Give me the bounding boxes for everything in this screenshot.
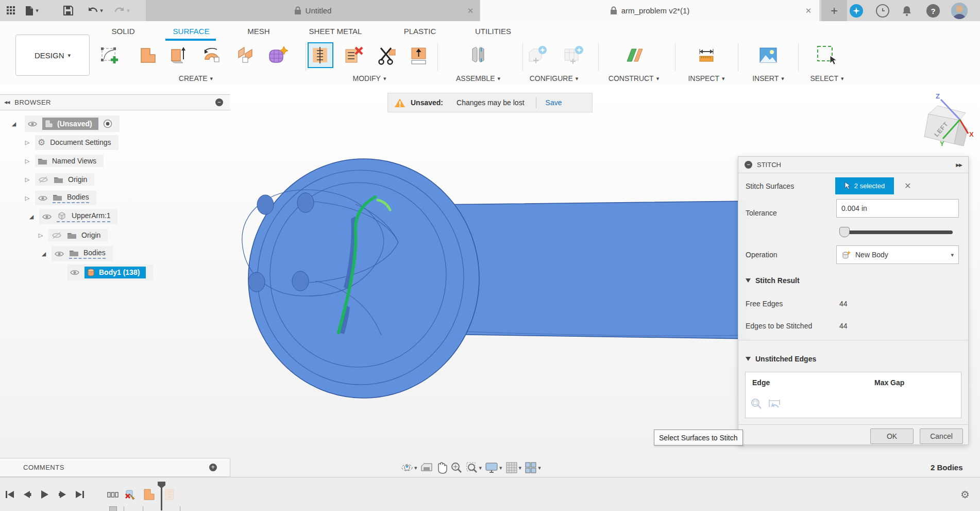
help-button[interactable]: ? [926, 4, 940, 18]
extensions-button[interactable] [850, 4, 863, 18]
browser-row-upperarm[interactable]: ◢ UpperArm:1 [0, 208, 117, 225]
patch-button[interactable] [136, 43, 160, 67]
browser-row-upperarm-origin[interactable]: ▷ Origin [0, 226, 108, 244]
expand-icon[interactable]: ◢ [28, 213, 35, 220]
ok-button[interactable]: OK [870, 428, 914, 444]
visibility-eye-icon[interactable] [42, 213, 52, 220]
orbit-button[interactable]: ▾ [401, 461, 417, 474]
view-cube[interactable]: Z Y X LEFT [918, 90, 978, 148]
visibility-eye-off-icon[interactable] [51, 232, 62, 239]
create-sketch-button[interactable] [97, 43, 121, 67]
expand-icon[interactable]: ▷ [24, 176, 31, 183]
save-button[interactable] [61, 0, 75, 21]
unstitched-edges-table[interactable]: Edge Max Gap [745, 372, 961, 418]
timeline-group-collapsed-box[interactable] [109, 506, 117, 511]
look-at-button[interactable] [420, 462, 433, 473]
stitch-button[interactable] [309, 43, 332, 67]
timeline-go-to-end-button[interactable] [73, 488, 87, 501]
group-construct[interactable]: CONSTRUCT▾ [609, 74, 659, 83]
visibility-eye-icon[interactable] [70, 269, 80, 276]
notifications-button[interactable] [898, 0, 916, 21]
zoom-button[interactable] [450, 461, 463, 474]
stitch-surfaces-selection-button[interactable]: 2 selected [835, 177, 894, 194]
browser-display-toggle-icon[interactable]: − [215, 98, 223, 106]
close-tab-arm-problem-icon[interactable]: ✕ [801, 0, 816, 21]
timeline-error-feature[interactable] [124, 488, 137, 501]
zoom-to-edge-icon[interactable] [751, 398, 762, 409]
timeline-surface-feature[interactable] [142, 488, 156, 501]
workspace-selector[interactable]: DESIGN ▾ [15, 35, 90, 76]
trim-button[interactable] [375, 43, 399, 67]
operation-dropdown[interactable]: New Body ▾ [836, 245, 959, 264]
group-select[interactable]: SELECT▾ [810, 74, 844, 83]
zoom-window-button[interactable]: ▾ [466, 461, 482, 474]
expand-icon[interactable]: ◢ [40, 251, 47, 257]
ribbon-tab-plastic[interactable]: PLASTIC [404, 27, 436, 36]
timeline-marker-line[interactable] [161, 487, 162, 510]
stitch-result-section[interactable]: Stitch Result [746, 276, 800, 285]
unstitched-edges-section[interactable]: Unstitched Edges [746, 355, 816, 363]
form-button[interactable] [266, 43, 290, 67]
viewports-button[interactable]: ▾ [525, 461, 541, 474]
visibility-eye-icon[interactable] [54, 251, 64, 257]
timeline-rolled-feature[interactable] [163, 488, 176, 501]
group-inspect[interactable]: INSPECT▾ [688, 74, 724, 83]
browser-row-origin[interactable]: ▷ Origin [0, 171, 94, 188]
timeline-step-back-button[interactable] [21, 488, 34, 501]
dialog-collapse-icon[interactable]: − [745, 161, 752, 169]
ribbon-tab-surface[interactable]: SURFACE [173, 27, 210, 36]
insert-button[interactable] [756, 43, 780, 67]
joint-button[interactable] [466, 43, 490, 67]
visibility-eye-off-icon[interactable] [38, 176, 49, 184]
browser-row-upperarm-bodies[interactable]: ◢ Bodies [0, 245, 113, 262]
browser-row-named-views[interactable]: ▷ Named Views [0, 152, 104, 170]
cancel-button[interactable]: Cancel [920, 428, 963, 444]
group-insert[interactable]: INSERT▾ [752, 74, 784, 83]
unstitch-button[interactable] [342, 43, 366, 67]
viewports-chevron-icon[interactable]: ▾ [538, 465, 541, 471]
configure-button[interactable] [526, 43, 549, 67]
comments-panel[interactable]: COMMENTS + [0, 458, 230, 477]
user-avatar[interactable] [951, 3, 968, 19]
timeline-settings-button[interactable]: ⚙ [958, 488, 972, 501]
close-tab-untitled-icon[interactable]: ✕ [463, 0, 478, 21]
display-settings-button[interactable]: ▾ [485, 461, 502, 474]
grid-chevron-icon[interactable]: ▾ [519, 465, 522, 471]
tolerance-input[interactable]: 0.004 in [836, 199, 959, 218]
group-assemble[interactable]: ASSEMBLE▾ [456, 74, 500, 83]
expand-icon[interactable]: ▷ [24, 195, 31, 202]
grid-snap-button[interactable]: ▾ [505, 461, 522, 474]
expand-icon[interactable]: ▷ [24, 158, 31, 164]
browser-row-body1[interactable]: Body1 (138) [0, 263, 153, 281]
file-menu-button[interactable]: ▾ [23, 0, 41, 21]
browser-row-root[interactable]: ◢ (Unsaved) [0, 115, 120, 133]
redo-button[interactable]: ▾ [111, 0, 133, 21]
dialog-detach-icon[interactable]: ▶▶ [956, 162, 962, 168]
stitch-dialog-header[interactable]: − STITCH ▶▶ [738, 157, 968, 173]
tolerance-slider-handle[interactable] [839, 227, 850, 237]
tolerance-slider-track[interactable] [839, 230, 953, 234]
browser-row-bodies[interactable]: ▷ Bodies [0, 189, 96, 207]
measure-button[interactable] [695, 43, 718, 67]
new-tab-button[interactable]: + [821, 0, 847, 21]
app-menu-button[interactable] [4, 0, 19, 21]
zoom-window-chevron-icon[interactable]: ▾ [479, 465, 482, 471]
collapse-browser-icon[interactable]: ◀◀ [4, 100, 9, 105]
expand-icon[interactable]: ▷ [24, 139, 31, 146]
configuration-table-button[interactable] [562, 43, 585, 67]
visibility-eye-icon[interactable] [38, 195, 48, 202]
extrude-button[interactable] [166, 43, 190, 67]
edge-measure-icon[interactable] [768, 398, 782, 409]
extend-button[interactable] [407, 43, 431, 67]
browser-row-document-settings[interactable]: ▷ ⚙ Document Settings [0, 134, 119, 151]
construct-plane-button[interactable] [621, 43, 645, 67]
timeline-step-forward-button[interactable] [56, 488, 69, 501]
expand-icon[interactable]: ◢ [10, 121, 18, 127]
revolve-button[interactable] [200, 43, 224, 67]
timeline-play-button[interactable] [38, 488, 52, 501]
ribbon-tab-solid[interactable]: SOLID [111, 27, 134, 36]
timeline-group-feature[interactable] [106, 488, 120, 501]
select-button[interactable] [815, 43, 838, 67]
browser-header[interactable]: ◀◀ BROWSER − [0, 94, 230, 110]
ribbon-tab-mesh[interactable]: MESH [247, 27, 269, 36]
